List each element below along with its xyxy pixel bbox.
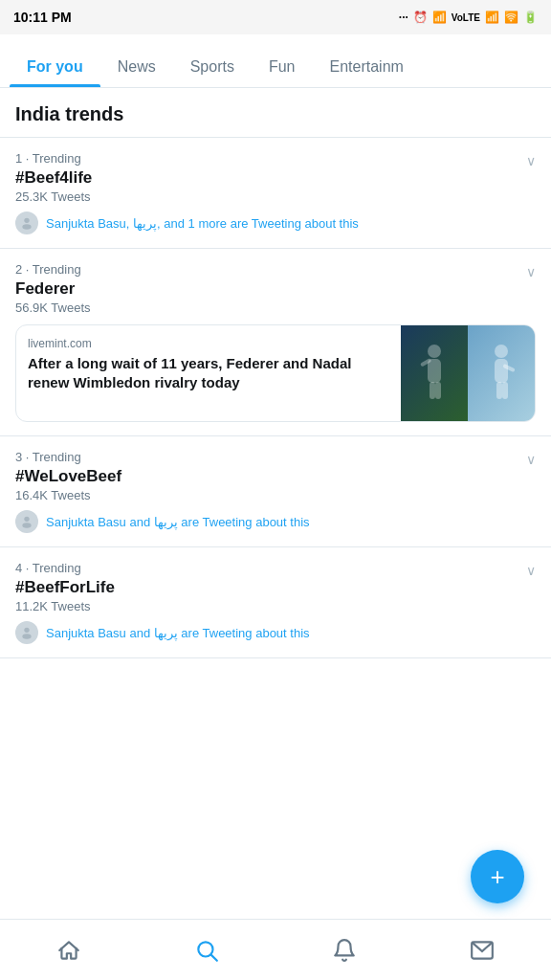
avatar	[15, 510, 38, 533]
svg-rect-6	[435, 382, 441, 399]
svg-rect-5	[430, 382, 435, 399]
trend-name: #Beef4life	[15, 168, 536, 188]
trend-meta: 2 · Trending	[15, 262, 536, 277]
mail-icon	[470, 938, 495, 963]
battery-icon: 🔋	[523, 11, 538, 24]
chevron-down-icon[interactable]: ∨	[526, 563, 536, 578]
compose-button[interactable]: +	[471, 850, 524, 903]
svg-point-14	[24, 628, 29, 633]
svg-point-13	[22, 523, 31, 527]
svg-point-7	[495, 345, 508, 358]
avatar	[15, 212, 38, 234]
alarm-icon: ⏰	[413, 11, 428, 24]
trend-count: 11.2K Tweets	[15, 599, 536, 613]
svg-point-0	[24, 218, 29, 223]
bell-icon	[332, 938, 357, 963]
nav-search[interactable]	[178, 922, 235, 979]
trend-name: #BeefForLife	[15, 578, 536, 597]
svg-rect-8	[495, 359, 508, 383]
svg-line-17	[211, 954, 217, 960]
trend-name: Federer	[15, 279, 536, 299]
svg-point-1	[22, 224, 31, 229]
trend-item[interactable]: 1 · Trending #Beef4life 25.3K Tweets San…	[0, 138, 551, 249]
trend-users: Sanjukta Basu and پریها are Tweeting abo…	[15, 621, 536, 644]
tab-bar: For you News Sports Fun Entertainm	[0, 34, 551, 88]
trend-item[interactable]: 2 · Trending Federer 56.9K Tweets livemi…	[0, 249, 551, 436]
svg-rect-11	[502, 382, 508, 399]
trend-meta: 3 · Trending	[15, 450, 536, 464]
trend-count: 25.3K Tweets	[15, 189, 536, 204]
tab-news[interactable]: News	[100, 58, 173, 87]
compose-icon: +	[490, 862, 504, 892]
tab-for-you[interactable]: For you	[10, 58, 100, 87]
article-card[interactable]: livemint.com After a long wait of 11 yea…	[15, 324, 536, 422]
article-image-1	[401, 325, 468, 421]
section-title: India trends	[0, 88, 551, 138]
article-headline: After a long wait of 11 years, Federer a…	[28, 354, 389, 391]
trend-count: 56.9K Tweets	[15, 301, 536, 315]
svg-point-12	[24, 517, 29, 522]
article-image-2	[468, 325, 535, 421]
signal-bars-icon: 📶	[432, 11, 447, 24]
status-icons: ··· ⏰ 📶 VoLTE 📶 🛜 🔋	[399, 11, 538, 24]
tab-fun[interactable]: Fun	[252, 58, 313, 87]
nav-notifications[interactable]	[316, 922, 373, 979]
signal-dots-icon: ···	[399, 11, 408, 24]
chevron-down-icon[interactable]: ∨	[526, 452, 536, 467]
trend-item[interactable]: 3 · Trending #WeLoveBeef 16.4K Tweets Sa…	[0, 436, 551, 547]
article-text-area: livemint.com After a long wait of 11 yea…	[16, 325, 401, 421]
trend-users: Sanjukta Basu, پریها, and 1 more are Twe…	[15, 212, 536, 234]
nav-messages[interactable]	[453, 922, 511, 979]
chevron-down-icon[interactable]: ∨	[526, 153, 536, 168]
trend-item[interactable]: 4 · Trending #BeefForLife 11.2K Tweets S…	[0, 547, 551, 658]
trend-users-text: Sanjukta Basu, پریها, and 1 more are Twe…	[46, 216, 359, 231]
svg-point-2	[428, 345, 441, 358]
trend-users-text: Sanjukta Basu and پریها are Tweeting abo…	[46, 515, 310, 529]
article-images	[401, 325, 535, 421]
trend-name: #WeLoveBeef	[15, 467, 536, 486]
trend-meta: 1 · Trending	[15, 151, 536, 166]
chevron-down-icon[interactable]: ∨	[526, 264, 536, 279]
avatar	[15, 621, 38, 644]
bottom-nav	[0, 919, 551, 980]
tab-entertainment[interactable]: Entertainm	[313, 58, 421, 87]
trend-meta: 4 · Trending	[15, 561, 536, 575]
lte-icon: VoLTE	[452, 12, 480, 23]
trend-users: Sanjukta Basu and پریها are Tweeting abo…	[15, 510, 536, 533]
tab-sports[interactable]: Sports	[173, 58, 252, 87]
page-content: India trends 1 · Trending #Beef4life 25.…	[0, 88, 551, 735]
svg-rect-10	[496, 382, 502, 399]
svg-point-15	[22, 634, 31, 638]
nav-home[interactable]	[40, 922, 98, 979]
wifi-icon: 🛜	[504, 11, 518, 24]
status-time: 10:11 PM	[13, 10, 72, 25]
status-bar: 10:11 PM ··· ⏰ 📶 VoLTE 📶 🛜 🔋	[0, 0, 551, 34]
trend-users-text: Sanjukta Basu and پریها are Tweeting abo…	[46, 626, 310, 640]
signal-bars2-icon: 📶	[485, 11, 499, 24]
trend-count: 16.4K Tweets	[15, 488, 536, 502]
search-icon	[194, 938, 219, 963]
home-icon	[56, 938, 81, 963]
article-source: livemint.com	[28, 337, 389, 350]
